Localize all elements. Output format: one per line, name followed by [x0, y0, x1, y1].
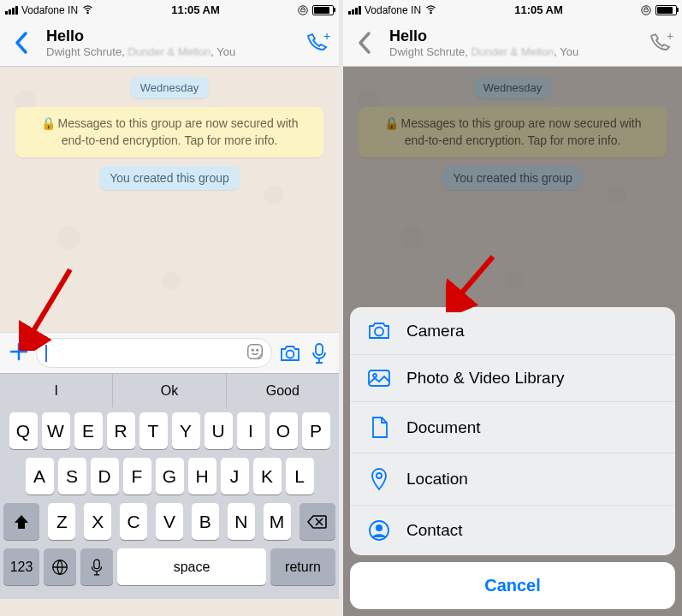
sheet-item-library[interactable]: Photo & Video Library — [350, 355, 675, 402]
wifi-icon — [81, 3, 94, 18]
key-x[interactable]: X — [84, 503, 111, 540]
chat-body[interactable]: Wednesday 🔒Messages to this group are no… — [0, 67, 339, 332]
key-w[interactable]: W — [42, 412, 70, 449]
suggestion-3[interactable]: Good — [227, 374, 339, 407]
document-icon — [367, 416, 391, 439]
action-sheet-list: Camera Photo & Video Library Document Lo… — [350, 307, 675, 555]
svg-rect-9 — [94, 560, 99, 568]
svg-point-18 — [376, 524, 383, 531]
svg-text:+: + — [667, 33, 673, 43]
key-v[interactable]: V — [156, 503, 183, 540]
sheet-cancel-button[interactable]: Cancel — [350, 562, 675, 609]
svg-rect-7 — [316, 344, 323, 355]
chat-title: Hello — [389, 27, 636, 45]
camera-button[interactable] — [279, 344, 301, 363]
key-a[interactable]: A — [26, 458, 54, 495]
sticker-button[interactable] — [246, 342, 264, 364]
message-input[interactable] — [36, 338, 272, 368]
sheet-item-label: Photo & Video Library — [406, 369, 565, 388]
key-dictation[interactable] — [80, 548, 113, 585]
key-123[interactable]: 123 — [3, 548, 39, 585]
key-space[interactable]: space — [117, 548, 266, 585]
sheet-item-label: Location — [406, 470, 468, 489]
nav-bar: Hello Dwight Schrute, Dunder & Mellon, Y… — [343, 20, 682, 67]
suggestion-2[interactable]: Ok — [113, 374, 226, 407]
chat-title: Hello — [46, 27, 293, 45]
key-globe[interactable] — [44, 548, 76, 585]
sheet-item-location[interactable]: Location — [350, 453, 675, 506]
key-h[interactable]: H — [188, 458, 216, 495]
key-q[interactable]: Q — [9, 412, 38, 449]
key-s[interactable]: S — [58, 458, 86, 495]
keyboard-row-3: Z X C V B N M — [3, 503, 335, 540]
key-return[interactable]: return — [270, 548, 335, 585]
carrier-label: Vodafone IN — [21, 4, 78, 16]
location-icon — [367, 467, 391, 491]
camera-icon — [367, 321, 391, 341]
key-j[interactable]: J — [221, 458, 249, 495]
key-o[interactable]: O — [270, 412, 298, 449]
sheet-item-camera[interactable]: Camera — [350, 307, 675, 355]
signal-icon — [348, 6, 361, 15]
key-y[interactable]: Y — [172, 412, 200, 449]
status-time: 11:05 AM — [171, 3, 220, 16]
key-f[interactable]: F — [123, 458, 151, 495]
key-n[interactable]: N — [228, 503, 255, 540]
status-bar: Vodafone IN 11:05 AM — [0, 0, 339, 20]
suggestion-1[interactable]: I — [0, 374, 113, 407]
key-t[interactable]: T — [139, 412, 168, 449]
battery-icon — [655, 5, 677, 15]
battery-icon — [312, 5, 334, 15]
key-l[interactable]: L — [286, 458, 314, 495]
back-button[interactable] — [352, 31, 377, 55]
mic-button[interactable] — [308, 342, 330, 364]
key-delete[interactable] — [299, 503, 335, 540]
chat-members: Dwight Schrute, Dunder & Mellon, You — [46, 45, 293, 58]
lock-icon: 🔒 — [41, 116, 56, 130]
orientation-lock-icon — [297, 4, 309, 16]
chat-title-block[interactable]: Hello Dwight Schrute, Dunder & Mellon, Y… — [46, 27, 293, 58]
key-e[interactable]: E — [74, 412, 103, 449]
svg-point-16 — [377, 473, 382, 478]
suggestion-bar: I Ok Good — [0, 373, 339, 407]
key-b[interactable]: B — [192, 503, 219, 540]
key-shift[interactable] — [3, 503, 39, 540]
key-g[interactable]: G — [156, 458, 184, 495]
encryption-notice[interactable]: 🔒Messages to this group are now secured … — [15, 107, 323, 157]
key-k[interactable]: K — [253, 458, 282, 495]
sheet-item-label: Camera — [406, 322, 465, 341]
sheet-item-document[interactable]: Document — [350, 402, 675, 453]
signal-icon — [5, 6, 18, 15]
date-pill: Wednesday — [130, 77, 209, 98]
key-c[interactable]: C — [120, 503, 147, 540]
svg-point-4 — [252, 349, 253, 351]
keyboard-row-1: Q W E R T Y U I O P — [3, 412, 335, 449]
wifi-icon — [424, 3, 437, 18]
back-button[interactable] — [9, 31, 34, 55]
sheet-item-contact[interactable]: Contact — [350, 506, 675, 555]
key-r[interactable]: R — [107, 412, 135, 449]
sheet-item-label: Contact — [406, 521, 462, 540]
attach-button[interactable] — [9, 341, 29, 365]
screenshot-left: Vodafone IN 11:05 AM Hello Dwight Schrut… — [0, 0, 339, 616]
status-right — [297, 4, 334, 16]
key-u[interactable]: U — [205, 412, 233, 449]
svg-point-6 — [287, 350, 294, 358]
input-bar — [0, 332, 339, 373]
key-z[interactable]: Z — [48, 503, 75, 540]
status-left: Vodafone IN — [348, 3, 437, 18]
call-button[interactable]: + — [648, 33, 673, 53]
call-button[interactable]: + — [305, 33, 330, 53]
key-i[interactable]: I — [237, 412, 265, 449]
status-time: 11:05 AM — [514, 3, 563, 16]
status-right — [640, 4, 677, 16]
attach-action-sheet: Camera Photo & Video Library Document Lo… — [343, 300, 682, 616]
key-p[interactable]: P — [302, 412, 330, 449]
carrier-label: Vodafone IN — [365, 4, 421, 16]
nav-bar: Hello Dwight Schrute, Dunder & Mellon, Y… — [0, 20, 339, 67]
chat-title-block[interactable]: Hello Dwight Schrute, Dunder & Mellon, Y… — [389, 27, 636, 58]
svg-point-5 — [257, 349, 258, 351]
photo-icon — [367, 369, 391, 388]
key-m[interactable]: M — [264, 503, 291, 540]
key-d[interactable]: D — [91, 458, 119, 495]
